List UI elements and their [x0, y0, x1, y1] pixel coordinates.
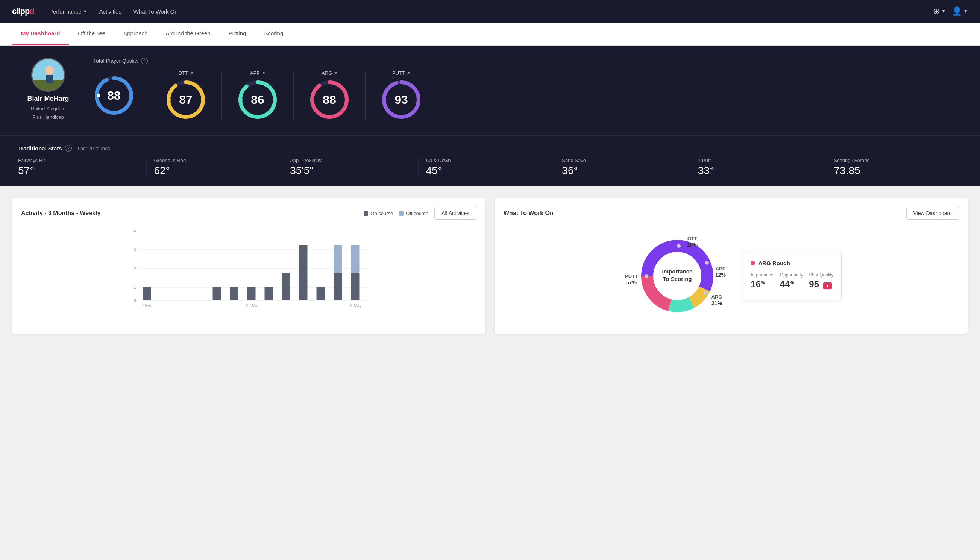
- score-putt: PUTT ↗ 93: [366, 70, 437, 120]
- score-arg-label: ARG ↗: [321, 70, 337, 76]
- tab-scoring[interactable]: Scoring: [255, 23, 292, 45]
- ring-arg: 88: [309, 79, 350, 120]
- stat-fairways-hit: Fairways Hit 57%: [18, 158, 146, 177]
- score-overall: 88: [93, 75, 150, 116]
- score-app-label: APP ↗: [250, 70, 265, 76]
- main-content: Activity - 3 Months - Weekly On course O…: [0, 186, 980, 346]
- svg-text:4: 4: [133, 229, 136, 233]
- score-arg-value: 88: [323, 93, 336, 107]
- nav-links: Performance ▼ Activities What To Work On: [49, 8, 918, 15]
- svg-text:OTT: OTT: [687, 236, 697, 242]
- bar-w6-on: [230, 287, 238, 300]
- wtwo-title: What To Work On: [504, 210, 554, 217]
- svg-text:10%: 10%: [687, 242, 698, 248]
- svg-point-46: [645, 274, 648, 278]
- svg-point-2: [45, 66, 54, 75]
- navbar: clippd Performance ▼ Activities What To …: [0, 0, 980, 23]
- nav-activities[interactable]: Activities: [99, 8, 121, 15]
- score-ott-value: 87: [179, 93, 193, 107]
- brand-logo[interactable]: clippd: [12, 7, 34, 16]
- bar-w7-on: [248, 287, 256, 300]
- score-ott-label: OTT ↗: [178, 70, 193, 76]
- nav-right: ⊕ ▼ 👤 ▼: [933, 7, 968, 16]
- svg-text:57%: 57%: [626, 280, 637, 285]
- bar-w12-on: [334, 273, 342, 300]
- traditional-stats-section: Traditional Stats ? Last 20 rounds Fairw…: [0, 135, 980, 186]
- score-cards: 88 OTT ↗ 87: [93, 70, 962, 120]
- stats-subtitle: Last 20 rounds: [78, 145, 110, 151]
- svg-point-49: [704, 291, 707, 295]
- player-avatar: [31, 58, 65, 92]
- stats-header: Traditional Stats ? Last 20 rounds: [18, 145, 962, 152]
- donut-wrapper: Importance To Scoring PUTT 57% OTT 10% A…: [621, 227, 734, 325]
- score-overall-value: 88: [107, 88, 121, 102]
- all-activities-button[interactable]: All Activities: [434, 207, 476, 220]
- svg-text:7 Feb: 7 Feb: [141, 303, 152, 308]
- legend-off-course: Off course: [399, 211, 428, 216]
- tab-around-the-green[interactable]: Around the Green: [156, 23, 219, 45]
- bar-w10-on: [299, 245, 308, 300]
- info-card-dot: [750, 261, 755, 265]
- svg-text:12%: 12%: [715, 272, 726, 278]
- arg-rough-info-card: ARG Rough Importance 16% Opportunity 44%: [743, 252, 841, 300]
- activity-chart-area: 4 3 2 1 0: [21, 227, 476, 310]
- view-dashboard-button[interactable]: View Dashboard: [906, 207, 959, 220]
- svg-point-15: [310, 98, 314, 102]
- ring-overall: 88: [93, 75, 135, 116]
- bar-w11-on: [317, 287, 325, 300]
- svg-text:ARG: ARG: [712, 294, 722, 300]
- nav-performance[interactable]: Performance ▼: [49, 8, 87, 15]
- svg-text:1: 1: [133, 285, 136, 290]
- activity-chart-card: Activity - 3 Months - Weekly On course O…: [12, 198, 486, 334]
- player-handicap: Plus Handicap: [32, 114, 64, 120]
- tab-my-dashboard[interactable]: My Dashboard: [12, 23, 69, 45]
- user-menu-button[interactable]: 👤 ▼: [952, 7, 968, 16]
- score-app: APP ↗ 86: [222, 70, 294, 120]
- stat-scoring-average: Scoring Average 73.85: [826, 158, 962, 177]
- tab-putting[interactable]: Putting: [220, 23, 255, 45]
- legend-dot-on-course: [364, 211, 368, 215]
- logo-text: clipp: [12, 7, 29, 16]
- stat-1-putt: 1 Putt 33%: [690, 158, 827, 177]
- bar-w13-off: [351, 245, 359, 273]
- stat-app-proximity: App. Proximity 35'5": [283, 158, 419, 177]
- stats-title: Traditional Stats: [18, 145, 62, 152]
- stats-help-icon[interactable]: ?: [65, 145, 72, 152]
- score-putt-value: 93: [394, 93, 408, 107]
- player-name: Blair McHarg: [27, 95, 69, 103]
- svg-text:PUTT: PUTT: [625, 273, 638, 279]
- shot-quality-badge: ▼: [823, 282, 832, 289]
- svg-text:21%: 21%: [712, 300, 722, 306]
- nav-what-to-work-on[interactable]: What To Work On: [133, 8, 178, 15]
- svg-text:0: 0: [133, 298, 136, 303]
- bar-w13-on: [351, 273, 359, 300]
- tpq-help-icon[interactable]: ?: [141, 58, 148, 64]
- donut-svg: Importance To Scoring PUTT 57% OTT 10% A…: [621, 227, 734, 325]
- add-button[interactable]: ⊕ ▼: [933, 7, 946, 16]
- tabs-bar: My Dashboard Off the Tee Approach Around…: [0, 23, 980, 45]
- score-arg: ARG ↗ 88: [294, 70, 366, 120]
- player-info: Blair McHarg United Kingdom Plus Handica…: [18, 58, 78, 120]
- svg-point-12: [239, 98, 243, 102]
- what-to-work-on-card: What To Work On View Dashboard: [494, 198, 968, 334]
- tab-approach[interactable]: Approach: [114, 23, 156, 45]
- player-country: United Kingdom: [31, 106, 66, 111]
- svg-point-18: [383, 98, 386, 102]
- stat-sand-save: Sand Save 36%: [554, 158, 690, 177]
- legend-on-course: On course: [364, 211, 393, 216]
- svg-text:Importance: Importance: [662, 268, 693, 275]
- svg-text:9 May: 9 May: [351, 303, 362, 308]
- ring-ott: 87: [165, 79, 206, 120]
- svg-text:APP: APP: [715, 266, 726, 272]
- metric-opportunity: Opportunity 44%: [780, 272, 804, 290]
- score-putt-label: PUTT ↗: [392, 70, 410, 76]
- tab-off-the-tee[interactable]: Off the Tee: [69, 23, 114, 45]
- svg-point-47: [677, 244, 681, 248]
- scores-section: Total Player Quality ? 88: [93, 58, 962, 120]
- stats-grid: Fairways Hit 57% Greens In Reg 62% App. …: [18, 158, 962, 177]
- score-app-value: 86: [251, 93, 265, 107]
- activity-chart-title: Activity - 3 Months - Weekly: [21, 210, 100, 217]
- svg-text:3: 3: [133, 247, 136, 252]
- svg-text:To Scoring: To Scoring: [663, 276, 692, 282]
- bar-w5-on: [213, 287, 221, 300]
